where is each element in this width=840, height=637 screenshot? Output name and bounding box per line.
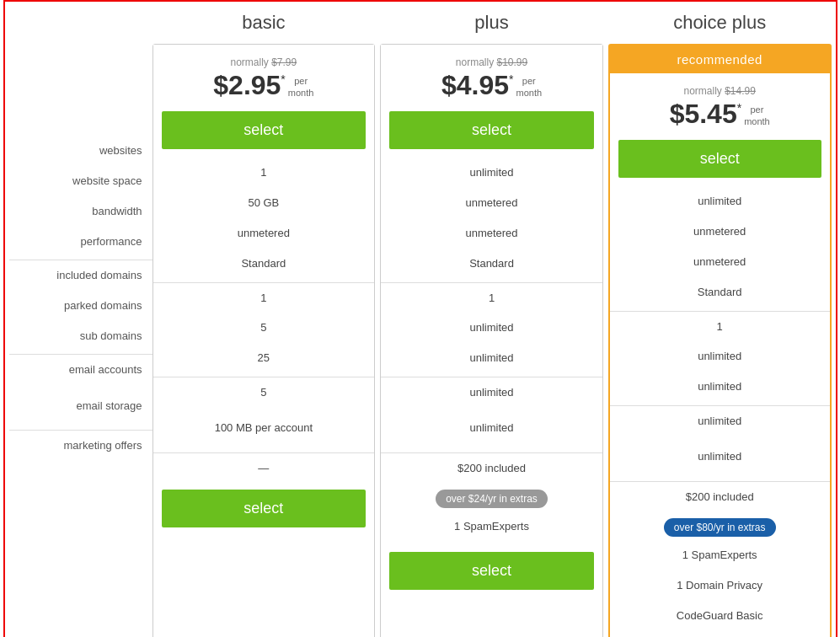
label-performance: performance — [9, 226, 152, 256]
plan-plus-card: normally $10.99 $4.95 * permonth select … — [380, 44, 603, 637]
plan-basic-performance: Standard — [153, 249, 375, 279]
plan-basic-marketing-offers: — — [153, 452, 375, 483]
plan-choice-plus-marketing-offers: $200 included — [610, 481, 830, 511]
label-bandwidth: bandwidth — [9, 195, 152, 226]
label-included-domains: included domains — [9, 260, 152, 290]
plan-choice-plus-select-top-btn[interactable]: select — [618, 140, 821, 178]
plan-plus-spam-experts: 1 SpamExperts — [447, 511, 536, 542]
plan-plus-select-bottom-btn[interactable]: select — [389, 552, 594, 590]
plan-basic-select-top-btn[interactable]: select — [162, 111, 366, 149]
plan-choice-plus-included-domains: 1 — [610, 311, 830, 341]
plan-choice-plus-spam-experts: 1 SpamExperts — [676, 540, 764, 570]
plan-choice-plus-card: recommended normally $14.99 $5.45 * perm… — [608, 44, 832, 637]
plan-choice-plus-bandwidth: unmetered — [610, 247, 830, 277]
plan-plus-title: plus — [474, 12, 508, 42]
plan-choice-plus-extras-badge: over $80/yr in extras — [664, 518, 776, 537]
plan-basic-included-domains: 1 — [153, 282, 375, 313]
plan-basic-website-space: 50 GB — [153, 188, 375, 218]
plan-plus-asterisk: * — [509, 73, 513, 85]
plan-plus-sub-domains: unlimited — [381, 343, 602, 373]
plan-basic-email-accounts: 5 — [153, 377, 375, 407]
plan-plus-per: permonth — [516, 75, 542, 99]
plans-area: basic normally $7.99 $2.95 * permonth se… — [152, 10, 832, 637]
plan-basic-bandwidth: unmetered — [153, 218, 375, 249]
plan-plus-email-storage: unlimited — [381, 407, 602, 449]
label-email-storage: email storage — [9, 384, 152, 426]
plan-choice-plus-email-accounts: unlimited — [610, 405, 830, 436]
plan-basic-asterisk: * — [281, 73, 285, 85]
plan-choice-plus-price-box: normally $14.99 $5.45 * permonth — [610, 73, 830, 135]
plan-choice-plus-sub-domains: unlimited — [610, 372, 830, 402]
label-email-accounts: email accounts — [9, 354, 152, 384]
plan-choice-plus-normally: normally $14.99 — [617, 85, 823, 97]
recommended-badge: recommended — [610, 46, 830, 73]
plan-choice-plus-parked-domains: unlimited — [610, 341, 830, 372]
plan-basic-price-box: normally $7.99 $2.95 * permonth — [153, 45, 375, 106]
plan-basic-select-bottom-btn[interactable]: select — [162, 490, 366, 527]
plan-basic-per: permonth — [288, 75, 314, 99]
row-labels-column: websites website space bandwidth perform… — [9, 10, 152, 460]
plan-basic-sub-domains: 25 — [153, 343, 375, 373]
label-marketing-offers: marketing offers — [9, 430, 152, 460]
plan-plus-extras-badge: over $24/yr in extras — [436, 490, 548, 508]
plan-choice-plus-websites: unlimited — [610, 186, 830, 217]
plan-basic-email-storage: 100 MB per account — [153, 407, 375, 449]
plan-choice-plus-codeguard: CodeGuard Basic — [670, 601, 770, 631]
plan-basic-normally: normally $7.99 — [160, 56, 368, 68]
plan-basic-parked-domains: 5 — [153, 313, 375, 343]
plan-plus-marketing-offers: $200 included — [381, 452, 602, 483]
plan-choice-plus-email-storage: unlimited — [610, 436, 830, 478]
plan-plus-price: $4.95 — [441, 72, 509, 99]
plan-plus-websites: unlimited — [381, 158, 602, 188]
pricing-table: websites website space bandwidth perform… — [3, 0, 837, 637]
plan-choice-plus-price: $5.45 — [670, 100, 737, 127]
plan-plus-select-top-btn[interactable]: select — [389, 111, 594, 149]
plan-plus-normally: normally $10.99 — [388, 56, 596, 68]
plan-plus: plus normally $10.99 $4.95 * permonth se… — [380, 10, 603, 637]
plan-basic-title: basic — [242, 12, 285, 42]
label-website-space: website space — [9, 165, 152, 195]
plan-choice-plus: choice plus recommended normally $14.99 … — [608, 10, 832, 637]
plan-plus-email-accounts: unlimited — [381, 377, 602, 407]
plan-choice-plus-title: choice plus — [673, 12, 766, 42]
plan-choice-plus-performance: Standard — [610, 277, 830, 308]
plan-basic-websites: 1 — [153, 158, 375, 188]
plan-basic-price: $2.95 — [213, 72, 281, 99]
plan-basic-card: normally $7.99 $2.95 * permonth select 1… — [152, 44, 376, 637]
label-parked-domains: parked domains — [9, 290, 152, 320]
plan-choice-plus-per: permonth — [744, 104, 770, 128]
plan-choice-plus-asterisk: * — [737, 102, 741, 114]
label-websites: websites — [9, 135, 152, 165]
plan-plus-website-space: unmetered — [381, 188, 602, 218]
plan-choice-plus-website-space: unmetered — [610, 217, 830, 247]
plan-plus-performance: Standard — [381, 249, 602, 279]
plan-basic: basic normally $7.99 $2.95 * permonth se… — [152, 10, 376, 637]
plan-plus-included-domains: 1 — [381, 282, 602, 313]
plan-choice-plus-domain-privacy: 1 Domain Privacy — [670, 570, 769, 601]
plan-plus-bandwidth: unmetered — [381, 218, 602, 249]
plan-plus-price-box: normally $10.99 $4.95 * permonth — [381, 45, 602, 106]
label-sub-domains: sub domains — [9, 320, 152, 351]
plan-plus-parked-domains: unlimited — [381, 313, 602, 343]
